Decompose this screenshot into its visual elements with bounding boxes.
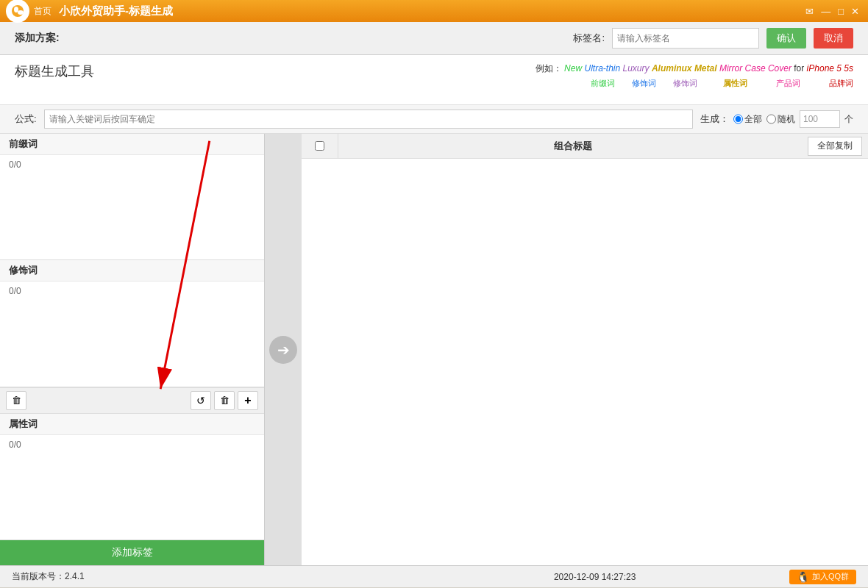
- attribute-section-title: 属性词: [0, 414, 264, 435]
- right-panel: 组合标题 全部复制: [302, 134, 868, 565]
- qq-group-button[interactable]: 🐧 加入QQ群: [789, 570, 856, 584]
- nav-home[interactable]: 首页: [34, 5, 51, 18]
- add-tag-button[interactable]: 添加标签: [0, 540, 264, 565]
- generate-count-input[interactable]: [800, 110, 840, 128]
- svg-point-1: [14, 7, 18, 12]
- example-sep5: for: [794, 63, 806, 74]
- select-all-checkbox[interactable]: [315, 141, 324, 151]
- window-controls: ✉ — □ ✕: [803, 6, 862, 17]
- version-label: 当前版本号：2.4.1: [12, 570, 400, 583]
- tag-label-mod1: 修饰词: [632, 79, 656, 87]
- prefix-section: 前缀词 0/0: [0, 134, 264, 260]
- example-area: 例如： New Ultra-thin Luxury Aluminux Metal…: [536, 61, 853, 90]
- confirm-button[interactable]: 确认: [766, 28, 806, 49]
- attribute-section: 属性词 0/0: [0, 414, 264, 540]
- unit-label: 个: [844, 113, 853, 126]
- left-panel: 前缀词 0/0 修饰词 0/0 🗑 ↺ 🗑 + 属性词: [0, 134, 265, 565]
- modifier-section-title: 修饰词: [0, 260, 264, 282]
- cancel-button[interactable]: 取消: [814, 28, 853, 49]
- title-bar: 首页 小欣外贸助手-标题生成 ✉ — □ ✕: [0, 0, 868, 22]
- section-title-area: 标题生成工具 例如： New Ultra-thin Luxury Aluminu…: [0, 55, 868, 105]
- radio-random-label[interactable]: 随机: [766, 110, 795, 129]
- app-title: 小欣外贸助手-标题生成: [59, 4, 803, 18]
- example-label: 例如：: [536, 63, 562, 74]
- close-button[interactable]: ✕: [848, 6, 862, 17]
- copy-all-button[interactable]: 全部复制: [808, 137, 862, 156]
- tag-name-input[interactable]: [612, 28, 759, 49]
- radio-all[interactable]: [733, 110, 743, 129]
- modifier-section: 修饰词 0/0: [0, 260, 264, 387]
- example-mirror: Mirror Case Cover: [719, 63, 791, 74]
- combined-title-header: 组合标题: [338, 140, 808, 153]
- example-luxury: Luxury: [623, 63, 650, 74]
- arrow-area: ➔: [265, 134, 302, 565]
- header-toolbar: 添加方案: 标签名: 确认 取消: [0, 22, 868, 55]
- tag-label-prefix: 前缀词: [591, 79, 615, 87]
- formula-input[interactable]: [44, 110, 693, 129]
- generate-arrow-button[interactable]: ➔: [269, 336, 297, 364]
- tag-label-product: 产品词: [776, 79, 800, 87]
- right-table-body: [302, 159, 868, 565]
- generate-label: 生成：: [700, 112, 729, 126]
- prefix-section-title: 前缀词: [0, 134, 264, 155]
- prefix-section-count: 0/0: [0, 155, 264, 174]
- example-iphone: iPhone 5 5s: [807, 63, 853, 74]
- minimize-button[interactable]: —: [818, 6, 833, 17]
- delete-button[interactable]: 🗑: [6, 391, 26, 410]
- delete2-button[interactable]: 🗑: [214, 391, 235, 410]
- example-new: New: [564, 63, 582, 74]
- toolbar-row: 🗑 ↺ 🗑 +: [0, 387, 264, 414]
- add-scheme-label: 添加方案:: [15, 32, 60, 45]
- main-content: 前缀词 0/0 修饰词 0/0 🗑 ↺ 🗑 + 属性词: [0, 134, 868, 565]
- add-button[interactable]: +: [238, 391, 258, 410]
- radio-random[interactable]: [766, 110, 776, 129]
- modifier-section-count: 0/0: [0, 282, 264, 301]
- tag-label-mod2: 修饰词: [673, 79, 697, 87]
- svg-point-2: [18, 10, 24, 15]
- example-aluminux: Aluminux Metal: [652, 63, 717, 74]
- tag-name-label: 标签名:: [573, 32, 605, 45]
- generate-area: 生成： 全部 随机 个: [700, 110, 853, 129]
- logo: [6, 0, 29, 23]
- page-title: 标题生成工具: [15, 61, 94, 82]
- select-all-checkbox-col: [302, 134, 338, 158]
- right-table-header: 组合标题 全部复制: [302, 134, 868, 159]
- formula-label: 公式:: [15, 112, 37, 126]
- email-icon[interactable]: ✉: [803, 6, 817, 17]
- tag-label-brand: 品牌词: [829, 79, 853, 87]
- qq-label: 加入QQ群: [812, 571, 849, 582]
- maximize-button[interactable]: □: [835, 6, 847, 17]
- refresh-button[interactable]: ↺: [191, 391, 211, 410]
- status-bar: 当前版本号：2.4.1 2020-12-09 14:27:23 🐧 加入QQ群: [0, 565, 868, 587]
- radio-all-label[interactable]: 全部: [733, 110, 762, 129]
- datetime-label: 2020-12-09 14:27:23: [400, 572, 789, 582]
- qq-icon: 🐧: [797, 571, 809, 583]
- example-ultrathin: Ultra-thin: [584, 63, 620, 74]
- attribute-section-count: 0/0: [0, 435, 264, 454]
- tag-label-attr: 属性词: [723, 79, 747, 87]
- formula-bar: 公式: 生成： 全部 随机 个: [0, 105, 868, 134]
